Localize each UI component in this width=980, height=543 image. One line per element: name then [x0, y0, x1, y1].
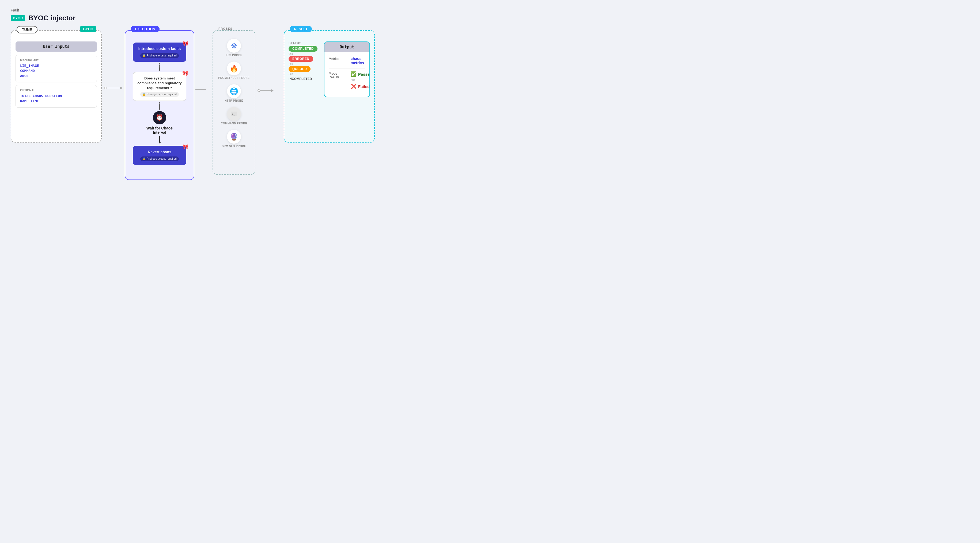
- result-section: RESULT STATUS COMPLETED OR ERRORED OR QU…: [284, 30, 375, 143]
- command-item: COMMAND: [20, 69, 92, 73]
- metrics-row: Metrics chaos metrics: [329, 56, 365, 65]
- output-title: Output: [325, 42, 369, 52]
- result-label: RESULT: [290, 26, 312, 32]
- failed-result: ❌ Failed: [351, 83, 370, 89]
- introduce-card: 🎀 Introduce custom faults 🔒 Privilege ac…: [133, 43, 186, 62]
- probe-results-row: Probe Results ✅ Passed OR ❌ Failed: [329, 71, 365, 89]
- lib-image-item: LIB_IMAGE: [20, 64, 92, 68]
- revert-priv: 🔒 Privilege access required: [140, 157, 179, 161]
- probes-result-line: [260, 90, 271, 91]
- lock-icon-3: 🔒: [142, 157, 146, 161]
- exec-probes-connector: [194, 89, 207, 90]
- srm-probe-icon: 🔮: [227, 130, 241, 144]
- incompleted-label: INCOMPLETED: [289, 77, 312, 81]
- probe-prometheus: 🔥 PROMETHEUS PROBE: [217, 62, 251, 79]
- introduce-priv: 🔒 Privilege access required: [140, 53, 179, 58]
- metrics-value: chaos metrics: [351, 56, 365, 65]
- page-title: BYOC injector: [29, 14, 75, 22]
- probes-section: PROBES ☸ K8S PROBE 🔥 PROMETHEUS PROBE 🌐 …: [213, 30, 255, 175]
- http-probe-icon: 🌐: [227, 84, 241, 98]
- mandatory-label: MANDATORY: [20, 58, 92, 62]
- optional-label: OPTIONAL: [20, 89, 92, 92]
- x-icon: ❌: [351, 83, 356, 89]
- errored-badge: ERRORED: [289, 56, 313, 62]
- k8s-probe-label: K8S PROBE: [226, 54, 242, 57]
- probe-srm: 🔮 SRM SLO PROBE: [217, 130, 251, 148]
- fault-label: Fault: [11, 8, 969, 12]
- user-inputs-title: User Inputs: [16, 41, 97, 52]
- probes-result-arrow: [271, 89, 274, 92]
- probe-k8s: ☸ K8S PROBE: [217, 39, 251, 57]
- status-incompleted: INCOMPLETED: [289, 76, 318, 81]
- terminal-icon: >_: [231, 111, 237, 116]
- status-errored: ERRORED: [289, 56, 318, 62]
- execution-section: EXECUTION 🎀 Introduce custom faults 🔒 Pr…: [125, 30, 194, 180]
- probes-label: PROBES: [217, 27, 234, 30]
- status-queued: QUEUED: [289, 66, 318, 72]
- failed-label: Failed: [358, 84, 370, 89]
- exec-probe-line: [196, 89, 206, 90]
- lock-icon: 🔒: [142, 54, 146, 57]
- tune-exec-connector-line: [107, 88, 120, 88]
- connector-2: [159, 102, 160, 110]
- command-probe-icon: >_: [227, 107, 241, 121]
- compliance-title: Does system meet compliance and regulato…: [137, 76, 182, 90]
- passed-result: ✅ Passed: [351, 71, 370, 77]
- svg-text:>_: >_: [232, 112, 235, 116]
- or-3: OR: [289, 73, 318, 76]
- connector-3: [159, 136, 160, 142]
- status-section-label: STATUS: [289, 41, 318, 44]
- byoc-badge: BYOC: [11, 15, 25, 21]
- completed-badge: COMPLETED: [289, 46, 318, 52]
- wait-clock-icon: ⏰: [153, 111, 166, 124]
- or-probe: OR: [351, 79, 370, 82]
- introduce-corner-icon: 🎀: [183, 40, 188, 47]
- page-header: Fault BYOC BYOC injector: [11, 8, 969, 22]
- probe-http: 🌐 HTTP PROBE: [217, 84, 251, 102]
- probes-result-circle: [258, 89, 260, 92]
- prometheus-probe-icon: 🔥: [227, 62, 241, 75]
- introduce-title: Introduce custom faults: [137, 46, 182, 52]
- tune-exec-arrow: [120, 86, 123, 90]
- metrics-label: Metrics: [329, 56, 347, 61]
- step-wait: ⏰ Wait for ChaosInterval: [146, 111, 173, 135]
- ramp-time-item: RAMP_TIME: [20, 99, 92, 103]
- args-item: ARGS: [20, 74, 92, 78]
- divider: [329, 68, 365, 68]
- or-2: OR: [289, 62, 318, 65]
- or-1: OR: [289, 52, 318, 56]
- lock-icon-2: 🔒: [142, 92, 146, 96]
- passed-label: Passed: [358, 72, 370, 76]
- step-revert: 🎀 Revert chaos 🔒 Privilege access requir…: [133, 146, 186, 165]
- http-probe-label: HTTP PROBE: [224, 99, 243, 102]
- revert-title: Revert chaos: [137, 149, 182, 155]
- total-chaos-duration-item: TOTAL_CHAOS_DURATION: [20, 94, 92, 98]
- step-compliance: 🎀 Does system meet compliance and regula…: [133, 72, 186, 101]
- wait-label: Wait for ChaosInterval: [146, 126, 173, 135]
- status-completed: COMPLETED: [289, 46, 318, 52]
- probe-results-col: ✅ Passed OR ❌ Failed: [351, 71, 370, 89]
- probe-results-label: Probe Results: [329, 71, 347, 79]
- mandatory-group: MANDATORY LIB_IMAGE COMMAND ARGS: [16, 55, 97, 83]
- compliance-priv: 🔒 Privilege access required: [140, 92, 179, 97]
- tune-byoc-tag: BYOC: [80, 26, 96, 32]
- command-probe-label: COMMAND PROBE: [221, 122, 247, 125]
- step-introduce: 🎀 Introduce custom faults 🔒 Privilege ac…: [133, 43, 186, 62]
- tune-exec-connector-circle: [104, 87, 107, 89]
- k8s-probe-icon: ☸: [227, 39, 241, 53]
- revert-card: 🎀 Revert chaos 🔒 Privilege access requir…: [133, 146, 186, 165]
- tune-label: TUNE: [17, 26, 38, 33]
- prometheus-probe-label: PROMETHEUS PROBE: [218, 76, 250, 79]
- tune-section: TUNE BYOC User Inputs MANDATORY LIB_IMAG…: [11, 30, 102, 143]
- connector-1: [159, 63, 160, 71]
- main-flow: TUNE BYOC User Inputs MANDATORY LIB_IMAG…: [11, 30, 969, 180]
- revert-corner-icon: 🎀: [183, 144, 188, 150]
- probe-command: >_ COMMAND PROBE: [217, 107, 251, 125]
- output-box: Output Metrics chaos metrics Probe Resul…: [324, 41, 370, 97]
- execution-label: EXECUTION: [130, 26, 159, 32]
- check-icon: ✅: [351, 71, 356, 77]
- compliance-card: 🎀 Does system meet compliance and regula…: [133, 72, 186, 101]
- queued-badge: QUEUED: [289, 66, 310, 72]
- compliance-corner-icon: 🎀: [182, 70, 188, 77]
- optional-group: OPTIONAL TOTAL_CHAOS_DURATION RAMP_TIME: [16, 85, 97, 108]
